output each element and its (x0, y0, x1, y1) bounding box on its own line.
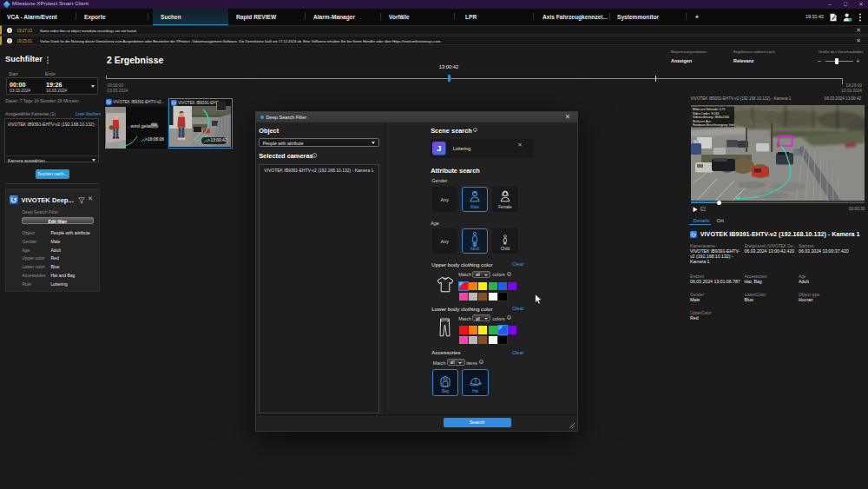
card-hover-flag[interactable] (216, 102, 227, 112)
color-swatch-black[interactable] (498, 336, 507, 345)
window-maximize-button[interactable]: ▢ (838, 0, 852, 9)
sort-by-value[interactable]: Relevanz (733, 58, 753, 63)
color-swatch-green[interactable] (489, 282, 497, 291)
modal-titlebar[interactable]: Deep Search Filter ✕ (256, 112, 578, 122)
modal-camera-item[interactable]: VIVOTEK IB9391-EHTV-v2 (192.168.10.132) … (264, 168, 373, 173)
color-swatch-blue[interactable] (498, 282, 507, 291)
timeline-result-marker[interactable] (655, 76, 656, 82)
export-icon[interactable] (829, 13, 838, 22)
tab-lpr[interactable]: LPR (465, 9, 477, 25)
result-card-2-selected[interactable]: VIVOTEK IB9391-EHT... (168, 98, 233, 149)
color-swatch-green[interactable] (489, 326, 497, 334)
upper-match-dropdown[interactable]: all (472, 271, 490, 278)
color-swatch-yellow[interactable] (478, 326, 487, 334)
detail-value: 06.03.2024 13:00:37.420 (799, 249, 849, 254)
notification-close-icon[interactable]: ✕ (856, 27, 861, 34)
notification-close-icon[interactable]: ✕ (856, 37, 861, 44)
accessories-clear-link[interactable]: Clear (512, 350, 523, 355)
timeline-left-tick (106, 76, 107, 79)
color-swatch-purple[interactable] (508, 326, 516, 334)
color-swatch-pink[interactable] (459, 293, 468, 301)
color-swatch-black[interactable] (498, 293, 507, 301)
timeline-start-time: 00:00:00 (108, 83, 124, 88)
preview-video[interactable]: Bilder pro Sekunde: 0,79 Video-Codec: H.… (691, 105, 865, 202)
slider-track[interactable] (825, 61, 853, 62)
tab-details[interactable]: Details (694, 217, 710, 223)
color-swatch-orange[interactable] (469, 326, 477, 334)
female-icon (499, 190, 511, 202)
play-button[interactable] (693, 207, 698, 212)
notification-time: 19:27:13 (17, 29, 33, 33)
time-range-picker[interactable]: 00:00 19:26 03.03.2024 10.03.2024 (6, 77, 98, 95)
loading-icon (150, 122, 158, 129)
bounding-box-value[interactable]: Anzeigen (671, 58, 692, 63)
tab-rapid-review[interactable]: Rapid REVIEW (236, 9, 276, 25)
color-swatch-gray[interactable] (469, 293, 477, 301)
tab-suchen[interactable]: Suchen (153, 9, 228, 25)
edit-filter-button[interactable]: Edit filter (22, 217, 95, 224)
age-any-button[interactable]: Any (432, 228, 458, 254)
scene-chip-remove-icon[interactable]: ✕ (517, 142, 522, 149)
color-swatch-white[interactable] (489, 336, 497, 345)
accessories-match-dropdown[interactable]: all (447, 359, 465, 366)
resize-grip[interactable] (569, 422, 575, 429)
tab-vorf-lle[interactable]: Vorfälle (389, 9, 410, 25)
accessory-bag-button-selected[interactable]: Bag (432, 369, 459, 396)
upper-clear-link[interactable]: Clear (512, 261, 523, 267)
camera-select-dropdown[interactable]: Kamera auswählen... (8, 158, 49, 163)
object-dropdown[interactable]: People with attribute (259, 138, 379, 147)
slider-plus-icon[interactable]: + (857, 58, 860, 64)
attribute-button-label: Any (433, 188, 457, 212)
slider-minus-icon[interactable]: – (818, 57, 821, 63)
color-swatch-white[interactable] (489, 293, 497, 301)
modal-close-icon[interactable]: ✕ (565, 113, 570, 121)
gender-female-button[interactable]: Female (492, 187, 518, 213)
tab-exporte[interactable]: Exporte (84, 9, 106, 25)
gender-male-button-selected[interactable]: Male (462, 187, 488, 213)
timeline-selected-marker[interactable] (448, 75, 450, 82)
color-swatch-purple[interactable] (508, 282, 516, 291)
color-swatch-pink[interactable] (459, 336, 468, 345)
gender-any-button[interactable]: Any (432, 187, 458, 213)
scene-search-chip[interactable]: J Loitering ✕ (431, 139, 534, 158)
deep-filter-row-gender: GenderMale (23, 239, 99, 248)
close-icon[interactable]: ✕ (88, 195, 93, 202)
color-swatch-yellow[interactable] (478, 282, 487, 291)
color-swatch-gray[interactable] (469, 336, 477, 345)
tab-systemmonitor[interactable]: Systemmonitor (617, 9, 659, 25)
color-swatch-brown[interactable] (478, 293, 487, 301)
color-swatch-orange[interactable] (469, 282, 477, 291)
age-adult-button-selected[interactable]: Adult (462, 228, 488, 254)
tab-ort[interactable]: Ort (717, 217, 725, 223)
start-date: 03.03.2024 (10, 89, 30, 93)
modal-search-button[interactable]: Search (444, 418, 511, 427)
user-profile-icon[interactable] (843, 13, 852, 22)
result-card-1[interactable]: VIVOTEK IB9391-EHTV-v2... . wird geladen (104, 98, 168, 149)
clear-list-link[interactable]: Liste löschen (76, 111, 101, 116)
deep-filter-row-upper-color: Upper colorRed (23, 255, 99, 264)
color-swatch-blue[interactable]: ✓ (498, 326, 507, 334)
color-swatch-red[interactable] (459, 326, 468, 334)
filter-menu-icon[interactable] (46, 56, 49, 64)
video-progress-handle[interactable] (717, 201, 721, 205)
overflow-menu-icon[interactable] (858, 13, 862, 22)
lower-clear-link[interactable]: Clear (512, 306, 523, 311)
tab--[interactable]: + (695, 9, 699, 25)
tab-alarm-manager[interactable]: Alarm-Manager (313, 9, 355, 25)
window-minimize-button[interactable]: – (823, 0, 837, 9)
color-swatch-red[interactable]: ✓ (459, 282, 468, 291)
camera-list-item[interactable]: VIVOTEK IB9391-EHTV-v2 (192.168.10.132) … (8, 122, 97, 127)
video-progress-bar[interactable] (691, 202, 865, 203)
lower-match-dropdown[interactable]: all (472, 314, 490, 321)
color-swatch-brown[interactable] (478, 336, 487, 345)
tab-vca-alarm-event[interactable]: VCA - Alarm/Event (7, 9, 57, 25)
age-child-button[interactable]: Child (492, 228, 518, 254)
filter-funnel-icon[interactable] (78, 197, 85, 204)
slider-handle[interactable] (835, 58, 839, 64)
image-export-icon[interactable] (700, 207, 707, 211)
tab-axis-fahrzeugkennzei-[interactable]: Axis Fahrzeugkennzei... (542, 9, 608, 25)
search-for-button[interactable]: Suchen nach... (36, 169, 69, 179)
accessory-hat-button-selected[interactable]: Hat (462, 369, 489, 396)
window-close-button[interactable]: ✕ (854, 0, 868, 9)
upper-match-label: Match (458, 272, 471, 277)
